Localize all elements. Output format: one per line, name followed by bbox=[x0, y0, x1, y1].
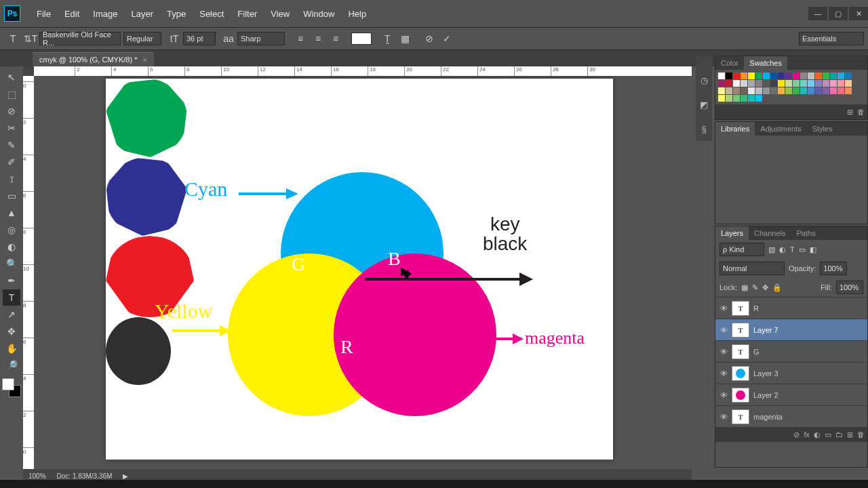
shape-tool[interactable]: ✥ bbox=[3, 323, 20, 340]
zoom-level[interactable]: 100% bbox=[28, 472, 46, 480]
layer-row[interactable]: 👁Layer 2 bbox=[715, 384, 867, 405]
visibility-icon[interactable]: 👁 bbox=[715, 413, 732, 421]
tab-layers[interactable]: Layers bbox=[715, 226, 749, 240]
swatch-cell[interactable] bbox=[733, 95, 740, 102]
marquee-tool[interactable]: ⬚ bbox=[3, 86, 20, 102]
filter-pixel-icon[interactable]: ▧ bbox=[768, 245, 775, 254]
swatch-cell[interactable] bbox=[837, 73, 844, 79]
document-tab[interactable]: cmyk @ 100% (G, CMYK/8) * × bbox=[33, 52, 154, 66]
swatch-cell[interactable] bbox=[823, 80, 829, 87]
lock-pixels-icon[interactable]: ✎ bbox=[752, 283, 758, 292]
swatch-cell[interactable] bbox=[733, 80, 740, 87]
tool-preset-icon[interactable]: T bbox=[5, 31, 20, 46]
swatch-cell[interactable] bbox=[755, 87, 762, 94]
hand-tool[interactable]: ✋ bbox=[3, 340, 20, 357]
eraser-tool[interactable]: ▭ bbox=[3, 188, 20, 204]
swatch-cell[interactable] bbox=[718, 95, 725, 102]
swatch-cell[interactable] bbox=[748, 80, 755, 87]
swatch-cell[interactable] bbox=[718, 73, 725, 79]
maximize-button[interactable]: ▢ bbox=[829, 7, 848, 20]
swatch-cell[interactable] bbox=[726, 80, 732, 87]
swatch-cell[interactable] bbox=[785, 80, 792, 87]
brush-tool[interactable]: ✐ bbox=[3, 154, 20, 170]
swatch-cell[interactable] bbox=[763, 87, 770, 94]
swatch-cell[interactable] bbox=[748, 95, 755, 102]
path-select-tool[interactable]: ↗ bbox=[3, 306, 20, 323]
delete-layer-icon[interactable]: 🗑 bbox=[857, 430, 865, 439]
libraries-body[interactable] bbox=[715, 136, 867, 224]
swatch-cell[interactable] bbox=[770, 73, 777, 79]
swatch-cell[interactable] bbox=[741, 80, 747, 87]
lock-all-icon[interactable]: 🔒 bbox=[772, 283, 782, 292]
swatch-cell[interactable] bbox=[770, 87, 777, 94]
swatch-cell[interactable] bbox=[741, 87, 747, 94]
crop-tool[interactable]: ✂ bbox=[3, 120, 20, 136]
brush-presets-icon[interactable]: § bbox=[697, 122, 711, 136]
fx-icon[interactable]: fx bbox=[804, 430, 810, 439]
swatch-cell[interactable] bbox=[741, 73, 747, 79]
swatch-cell[interactable] bbox=[755, 95, 762, 102]
new-layer-icon[interactable]: ⊞ bbox=[847, 430, 853, 439]
dodge-tool[interactable]: ◎ bbox=[3, 222, 20, 238]
antialias-select[interactable]: Sharp bbox=[237, 32, 285, 45]
character-panel-icon[interactable]: ▦ bbox=[397, 31, 412, 46]
layer-thumb[interactable] bbox=[732, 366, 749, 381]
swatch-cell[interactable] bbox=[726, 95, 732, 102]
foreground-swatch[interactable] bbox=[2, 378, 14, 390]
swatch-cell[interactable] bbox=[815, 87, 822, 94]
canvas-viewport[interactable]: Cyan Yellow magenta keyblack G B R bbox=[34, 76, 692, 469]
layer-row[interactable]: 👁Tmagenta bbox=[715, 405, 867, 427]
color-swatch-pair[interactable] bbox=[2, 378, 21, 397]
swatch-cell[interactable] bbox=[793, 73, 800, 79]
menu-window[interactable]: Window bbox=[296, 6, 341, 22]
swatch-cell[interactable] bbox=[845, 80, 852, 87]
font-weight-select[interactable]: Regular bbox=[123, 32, 161, 45]
layer-thumb[interactable]: T bbox=[732, 301, 749, 316]
tab-channels[interactable]: Channels bbox=[749, 226, 791, 240]
swatch-cell[interactable] bbox=[808, 80, 814, 87]
swatch-cell[interactable] bbox=[718, 80, 725, 87]
lasso-tool[interactable]: ⊘ bbox=[3, 103, 20, 119]
warp-text-icon[interactable]: T̰ bbox=[380, 31, 395, 46]
layer-row[interactable]: 👁Layer 3 bbox=[715, 362, 867, 384]
swatch-cell[interactable] bbox=[830, 73, 837, 79]
layer-row[interactable]: 👁TG bbox=[715, 340, 867, 362]
menu-file[interactable]: File bbox=[30, 6, 58, 22]
text-orientation-icon[interactable]: ⇅T bbox=[23, 31, 38, 46]
menu-type[interactable]: Type bbox=[160, 6, 193, 22]
gradient-tool[interactable]: ▲ bbox=[3, 205, 20, 221]
swatch-cell[interactable] bbox=[830, 87, 837, 94]
layer-thumb[interactable]: T bbox=[732, 409, 749, 424]
swatch-cell[interactable] bbox=[785, 87, 792, 94]
swatch-cell[interactable] bbox=[733, 87, 740, 94]
swatch-cell[interactable] bbox=[815, 80, 822, 87]
swatch-cell[interactable] bbox=[741, 95, 747, 102]
ruler-vertical[interactable]: 024681086420 bbox=[23, 76, 34, 469]
layer-row[interactable]: 👁TLayer 7 bbox=[715, 319, 867, 340]
swatch-cell[interactable] bbox=[800, 73, 807, 79]
new-swatch-icon[interactable]: ⊞ bbox=[847, 108, 853, 117]
font-family-select[interactable]: Baskerville Old Face R... bbox=[39, 32, 121, 45]
pen-tool[interactable]: ◐ bbox=[3, 239, 20, 255]
swatch-cell[interactable] bbox=[830, 80, 837, 87]
swatch-cell[interactable] bbox=[785, 73, 792, 79]
group-icon[interactable]: 🗀 bbox=[835, 430, 843, 439]
close-button[interactable]: ✕ bbox=[849, 7, 868, 20]
align-right-icon[interactable]: ≡ bbox=[328, 31, 343, 46]
align-left-icon[interactable]: ≡ bbox=[293, 31, 308, 46]
swatch-cell[interactable] bbox=[800, 87, 807, 94]
visibility-icon[interactable]: 👁 bbox=[715, 326, 732, 334]
swatch-cell[interactable] bbox=[763, 73, 770, 79]
minimize-button[interactable]: — bbox=[808, 7, 827, 20]
filter-smart-icon[interactable]: ◧ bbox=[810, 245, 816, 254]
eyedropper-tool[interactable]: ✎ bbox=[3, 137, 20, 153]
mask-icon[interactable]: ◐ bbox=[814, 430, 821, 439]
swatch-cell[interactable] bbox=[733, 73, 740, 79]
swatch-cell[interactable] bbox=[815, 73, 822, 79]
blend-mode-select[interactable]: Normal bbox=[719, 262, 785, 275]
filter-type-icon[interactable]: T bbox=[790, 245, 795, 253]
tab-swatches[interactable]: Swatches bbox=[744, 56, 787, 70]
tab-libraries[interactable]: Libraries bbox=[715, 122, 755, 136]
swatch-cell[interactable] bbox=[837, 80, 844, 87]
filter-adjust-icon[interactable]: ◐ bbox=[779, 245, 786, 254]
